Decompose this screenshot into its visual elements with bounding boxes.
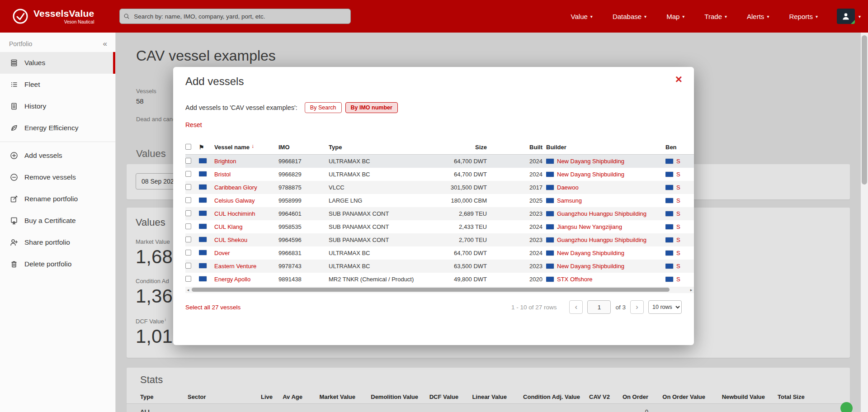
row-checkbox[interactable] xyxy=(185,237,191,242)
prev-page-button[interactable]: ‹ xyxy=(569,300,583,314)
builder-link[interactable]: Guangzhou Huangpu Shipbuilding xyxy=(557,210,646,217)
sidebar-action-rename-portfolio[interactable]: Rename portfolio xyxy=(0,188,115,210)
builder-link[interactable]: New Dayang Shipbuilding xyxy=(557,250,624,256)
column-imo[interactable]: IMO xyxy=(278,144,329,151)
nav-item-reports[interactable]: Reports▾ xyxy=(789,13,818,20)
column-type[interactable]: Type xyxy=(329,144,439,151)
close-icon[interactable]: × xyxy=(675,73,682,85)
vessel-name-link[interactable]: CUL Hochiminh xyxy=(214,210,255,217)
column-benchmark[interactable]: Ben xyxy=(665,144,694,151)
vessel-built: 2020 xyxy=(491,276,546,283)
row-checkbox[interactable] xyxy=(185,184,191,190)
nav-item-value[interactable]: Value▾ xyxy=(571,13,593,20)
sidebar-item-fleet[interactable]: Fleet xyxy=(0,74,115,95)
builder-link[interactable]: New Dayang Shipbuilding xyxy=(557,171,624,178)
row-checkbox[interactable] xyxy=(185,158,191,164)
scroll-right-icon[interactable]: ▸ xyxy=(689,288,694,292)
nav-item-database[interactable]: Database▾ xyxy=(613,13,646,20)
row-checkbox[interactable] xyxy=(185,197,191,203)
scroll-left-icon[interactable]: ◂ xyxy=(185,288,191,292)
modal-title: Add vessels xyxy=(185,75,694,88)
row-checkbox[interactable] xyxy=(185,263,191,269)
vessel-imo: 9978743 xyxy=(278,263,329,270)
horizontal-scrollbar[interactable]: ◂ ▸ xyxy=(185,287,694,293)
builder-link[interactable]: Jiangsu New Yangzijiang xyxy=(557,223,622,230)
benchmark-link[interactable]: S xyxy=(676,223,680,230)
sidebar-action-delete-portfolio[interactable]: Delete portfolio xyxy=(0,253,115,275)
vessel-name-link[interactable]: Energy Apollo xyxy=(214,276,250,283)
vessel-row[interactable]: Celsius Galway9958999LARGE LNG180,000 CB… xyxy=(185,194,694,207)
chat-widget[interactable] xyxy=(840,402,853,412)
builder-link[interactable]: Daewoo xyxy=(557,184,579,191)
column-vessel-name[interactable]: Vessel name↓ xyxy=(214,144,278,151)
builder-link[interactable]: New Dayang Shipbuilding xyxy=(557,158,624,165)
vessel-name-link[interactable]: CUL Shekou xyxy=(214,237,247,243)
brand-logo[interactable]: VesselsValue Veson Nautical xyxy=(12,8,94,25)
select-all-checkbox[interactable] xyxy=(185,144,191,150)
row-checkbox[interactable] xyxy=(185,171,191,177)
column-built[interactable]: Built xyxy=(491,144,546,151)
vessel-row[interactable]: Caribbean Glory9788875VLCC301,500 DWT201… xyxy=(185,181,694,194)
builder-link[interactable]: New Dayang Shipbuilding xyxy=(557,263,624,270)
vessel-built: 2023 xyxy=(491,263,546,270)
nav-item-alerts[interactable]: Alerts▾ xyxy=(747,13,769,20)
benchmark-link[interactable]: S xyxy=(676,210,680,217)
sidebar-action-share-portfolio[interactable]: Share portfolio xyxy=(0,232,115,253)
tab-by-search[interactable]: By Search xyxy=(305,102,342,113)
column-size[interactable]: Size xyxy=(439,144,491,151)
builder-link[interactable]: STX Offshore xyxy=(557,276,593,283)
sidebar-item-energy-efficiency[interactable]: Energy Efficiency xyxy=(0,117,115,139)
sidebar-item-values[interactable]: Values xyxy=(0,52,115,74)
vessel-name-link[interactable]: Eastern Venture xyxy=(214,263,256,270)
vessel-name-link[interactable]: Brighton xyxy=(214,158,236,165)
benchmark-link[interactable]: S xyxy=(676,171,680,178)
sidebar-action-buy-certificate[interactable]: Buy a Certificate xyxy=(0,210,115,232)
reset-link[interactable]: Reset xyxy=(185,121,202,128)
sidebar-action-remove-vessels[interactable]: Remove vessels xyxy=(0,166,115,188)
vessel-row[interactable]: Energy Apollo9891438MR2 TNKR (Chemical /… xyxy=(185,273,694,286)
rows-per-page-select[interactable]: 10 rows xyxy=(648,300,682,314)
user-chevron-down-icon[interactable]: ▾ xyxy=(859,14,861,19)
nav-item-map[interactable]: Map▾ xyxy=(666,13,684,20)
benchmark-link[interactable]: S xyxy=(676,197,680,204)
vessel-row[interactable]: Bristol9966829ULTRAMAX BC64,700 DWT2024N… xyxy=(185,168,694,181)
select-all-link[interactable]: Select all 27 vessels xyxy=(185,304,241,311)
sidebar-item-history[interactable]: History xyxy=(0,95,115,117)
builder-link[interactable]: Samsung xyxy=(557,197,582,204)
tab-by-imo-number[interactable]: By IMO number xyxy=(345,102,398,113)
horizontal-scrollbar-thumb[interactable] xyxy=(192,288,670,292)
vessel-name-link[interactable]: CUL Klang xyxy=(214,223,242,230)
user-menu-button[interactable] xyxy=(837,9,855,24)
vessel-row[interactable]: CUL Shekou9964596SUB PANAMAX CONT2,700 T… xyxy=(185,233,694,246)
benchmark-link[interactable]: S xyxy=(676,237,680,243)
vessel-name-link[interactable]: Celsius Galway xyxy=(214,197,255,204)
benchmark-link[interactable]: S xyxy=(676,158,680,165)
vessel-row[interactable]: Brighton9966817ULTRAMAX BC64,700 DWT2024… xyxy=(185,155,694,168)
vessel-row[interactable]: Eastern Venture9978743ULTRAMAX BC63,500 … xyxy=(185,260,694,273)
vessel-imo: 9964601 xyxy=(278,210,329,217)
search-input[interactable] xyxy=(119,9,351,24)
benchmark-link[interactable]: S xyxy=(676,250,680,256)
row-checkbox[interactable] xyxy=(185,210,191,216)
column-builder[interactable]: Builder xyxy=(546,144,665,151)
nav-item-trade[interactable]: Trade▾ xyxy=(704,13,727,20)
vessel-row[interactable]: Dover9966831ULTRAMAX BC64,700 DWT2024New… xyxy=(185,246,694,260)
benchmark-link[interactable]: S xyxy=(676,276,680,283)
row-checkbox[interactable] xyxy=(185,223,191,229)
row-checkbox[interactable] xyxy=(185,276,191,282)
vessel-row[interactable]: CUL Klang9958535SUB PANAMAX CONT2,433 TE… xyxy=(185,220,694,233)
benchmark-link[interactable]: S xyxy=(676,263,680,270)
builder-link[interactable]: Guangzhou Huangpu Shipbuilding xyxy=(557,237,646,243)
page-scrollbar-thumb[interactable] xyxy=(862,35,867,185)
collapse-sidebar-icon[interactable]: « xyxy=(103,40,107,47)
page-scrollbar[interactable] xyxy=(861,33,868,412)
vessel-row[interactable]: CUL Hochiminh9964601SUB PANAMAX CONT2,68… xyxy=(185,207,694,220)
benchmark-link[interactable]: S xyxy=(676,184,680,191)
next-page-button[interactable]: › xyxy=(630,300,644,314)
sidebar-action-add-vessels[interactable]: Add vessels xyxy=(0,145,115,166)
vessel-name-link[interactable]: Dover xyxy=(214,250,230,256)
row-checkbox[interactable] xyxy=(185,250,191,256)
vessel-name-link[interactable]: Caribbean Glory xyxy=(214,184,257,191)
page-number-input[interactable] xyxy=(587,300,611,314)
vessel-name-link[interactable]: Bristol xyxy=(214,171,231,178)
